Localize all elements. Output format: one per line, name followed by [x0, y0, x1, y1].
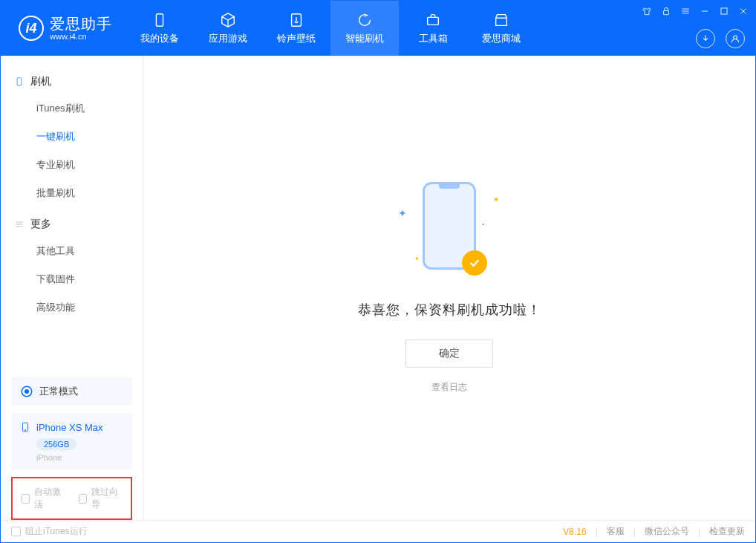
sidebar-header-more: 更多	[1, 212, 143, 237]
device-name-row: iPhone XS Max	[20, 420, 123, 434]
phone-icon	[14, 77, 25, 87]
phone-notch	[439, 184, 460, 189]
app-name-cn: 爱思助手	[50, 16, 112, 32]
lock-icon[interactable]	[660, 5, 672, 17]
sparkle-icon: ✦	[493, 195, 499, 204]
nav-smart-flash[interactable]: 智能刷机	[330, 1, 399, 56]
footer-right: V8.16 | 客服 | 微信公众号 | 检查更新	[563, 525, 745, 538]
menu-icon[interactable]	[680, 5, 691, 17]
svg-rect-2	[428, 17, 439, 25]
checkbox-label: 自动激活	[34, 486, 65, 511]
store-icon	[492, 11, 510, 29]
header-right-icons	[696, 29, 745, 48]
tshirt-icon[interactable]	[641, 5, 653, 17]
sidebar-item-itunes-flash[interactable]: iTunes刷机	[1, 94, 143, 123]
download-icon[interactable]	[696, 29, 715, 48]
user-icon[interactable]	[726, 29, 745, 48]
sidebar-item-other-tools[interactable]: 其他工具	[1, 237, 143, 265]
wechat-link[interactable]: 微信公众号	[645, 525, 689, 538]
app-window: i4 爱思助手 www.i4.cn 我的设备 应用游戏 铃声壁纸 智能刷机	[0, 0, 756, 543]
minimize-icon[interactable]	[699, 5, 711, 17]
device-icon	[151, 11, 169, 29]
checkbox-box	[79, 494, 87, 504]
titlebar-controls	[641, 5, 749, 17]
checkbox-box	[11, 527, 21, 536]
separator: |	[698, 527, 700, 537]
top-nav: 我的设备 应用游戏 铃声壁纸 智能刷机 工具箱 爱思商城	[126, 1, 535, 56]
svg-rect-3	[664, 10, 669, 14]
checkbox-block-itunes[interactable]: 阻止iTunes运行	[11, 525, 88, 538]
sidebar-item-one-click-flash[interactable]: 一键刷机	[1, 123, 143, 151]
sidebar-item-advanced[interactable]: 高级功能	[1, 293, 143, 322]
check-badge-icon	[462, 250, 487, 276]
svg-point-5	[734, 36, 737, 39]
maximize-icon[interactable]	[718, 5, 730, 17]
device-name: iPhone XS Max	[36, 422, 103, 433]
music-icon	[287, 11, 305, 29]
sidebar-section-flash: 刷机 iTunes刷机 一键刷机 专业刷机 批量刷机	[1, 69, 143, 207]
close-icon[interactable]	[737, 5, 749, 17]
sidebar-bottom: 正常模式 iPhone XS Max 256GB iPhone 自动激活	[1, 377, 143, 520]
mode-label: 正常模式	[39, 385, 78, 398]
logo-icon: i4	[19, 16, 44, 41]
sparkle-icon: •	[482, 221, 484, 227]
separator: |	[596, 527, 598, 537]
sidebar-title: 更多	[30, 218, 51, 231]
nav-label: 铃声壁纸	[277, 32, 316, 45]
nav-my-device[interactable]: 我的设备	[126, 1, 194, 56]
success-message: 恭喜您，保资料刷机成功啦！	[358, 301, 541, 319]
success-illustration: ✦ ✦ ✦ •	[394, 182, 505, 279]
sidebar-title: 刷机	[30, 75, 51, 88]
logo[interactable]: i4 爱思助手 www.i4.cn	[1, 16, 126, 41]
update-link[interactable]: 检查更新	[709, 525, 745, 538]
checkbox-auto-activate[interactable]: 自动激活	[22, 486, 65, 511]
mode-card[interactable]: 正常模式	[11, 377, 132, 406]
logo-text: 爱思助手 www.i4.cn	[50, 16, 112, 41]
sidebar-section-more: 更多 其他工具 下载固件 高级功能	[1, 212, 143, 322]
cube-icon	[219, 11, 237, 29]
sidebar: 刷机 iTunes刷机 一键刷机 专业刷机 批量刷机 更多 其他工具 下载固件 …	[1, 56, 143, 520]
svg-point-10	[25, 430, 25, 431]
support-link[interactable]: 客服	[607, 525, 625, 538]
nav-apps-games[interactable]: 应用游戏	[194, 1, 262, 56]
refresh-icon	[356, 11, 374, 29]
checkbox-label: 跳过向导	[91, 486, 122, 511]
checkbox-skip-guide[interactable]: 跳过向导	[79, 486, 123, 511]
app-name-en: www.i4.cn	[50, 32, 112, 41]
nav-label: 我的设备	[140, 32, 179, 45]
capacity-badge: 256GB	[36, 438, 76, 450]
checkbox-box	[22, 494, 30, 504]
sidebar-item-batch-flash[interactable]: 批量刷机	[1, 179, 143, 207]
mode-icon	[20, 385, 33, 398]
svg-rect-0	[156, 14, 163, 27]
device-card[interactable]: iPhone XS Max 256GB iPhone	[11, 413, 132, 469]
ok-button[interactable]: 确定	[405, 339, 493, 368]
sidebar-item-pro-flash[interactable]: 专业刷机	[1, 151, 143, 179]
footer: 阻止iTunes运行 V8.16 | 客服 | 微信公众号 | 检查更新	[1, 520, 755, 542]
main-content: ✦ ✦ ✦ • 恭喜您，保资料刷机成功啦！ 确定 查看日志	[143, 56, 755, 520]
nav-label: 工具箱	[419, 32, 448, 45]
svg-point-8	[25, 389, 29, 394]
nav-toolbox[interactable]: 工具箱	[399, 1, 467, 56]
toolbox-icon	[424, 11, 442, 29]
nav-ringtones[interactable]: 铃声壁纸	[262, 1, 330, 56]
header: i4 爱思助手 www.i4.cn 我的设备 应用游戏 铃声壁纸 智能刷机	[1, 1, 755, 56]
separator: |	[633, 527, 636, 537]
version-label: V8.16	[563, 527, 586, 537]
nav-label: 应用游戏	[209, 32, 247, 45]
sidebar-header-flash: 刷机	[1, 69, 143, 94]
list-icon	[14, 219, 25, 230]
sidebar-item-download-firmware[interactable]: 下载固件	[1, 265, 143, 293]
device-type: iPhone	[36, 453, 123, 462]
footer-left: 阻止iTunes运行	[11, 525, 88, 538]
checkbox-label: 阻止iTunes运行	[25, 525, 88, 538]
sparkle-icon: ✦	[414, 256, 420, 262]
sparkle-icon: ✦	[398, 207, 407, 219]
checkbox-row: 自动激活 跳过向导	[11, 477, 132, 520]
view-log-link[interactable]: 查看日志	[431, 381, 467, 394]
nav-label: 智能刷机	[345, 32, 384, 45]
body: 刷机 iTunes刷机 一键刷机 专业刷机 批量刷机 更多 其他工具 下载固件 …	[1, 56, 755, 520]
nav-store[interactable]: 爱思商城	[467, 1, 535, 56]
svg-rect-6	[17, 78, 22, 86]
svg-rect-4	[721, 8, 727, 14]
